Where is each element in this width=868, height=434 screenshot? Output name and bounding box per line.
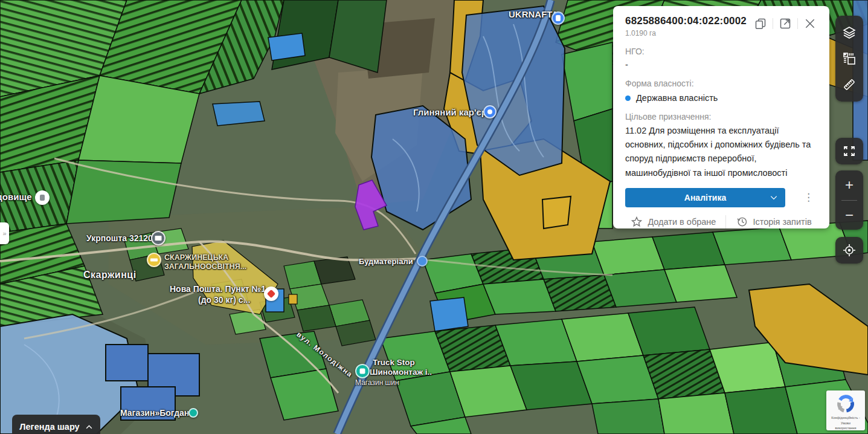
- poi-dot-icon: [487, 109, 492, 114]
- map-label-budmaterialy: Будматеріали: [359, 257, 413, 266]
- ownership-value: Державна власність: [636, 93, 718, 103]
- layers-icon: [842, 25, 857, 40]
- layer-legend-button[interactable]: Легенда шару: [12, 415, 100, 434]
- map-label-novaposhta-line1: Нова Пошта. Пункт №1: [170, 284, 266, 294]
- recaptcha-text-line1: Конфіденційність - Умови: [826, 415, 865, 426]
- measure-button[interactable]: [837, 73, 861, 97]
- add-to-favorites-button[interactable]: Додати в обране: [631, 216, 716, 228]
- sidebar-expander-button[interactable]: »: [0, 222, 9, 244]
- purpose-label: Цільове призначення:: [625, 112, 817, 121]
- divider: [773, 18, 773, 29]
- map-label-truckstop-line2: Шиномонтаж і..: [370, 368, 432, 377]
- chevron-down-icon: [770, 193, 778, 202]
- cadastral-plan-icon: [842, 51, 857, 66]
- ownership-label: Форма власності:: [625, 79, 817, 88]
- map-label-cemetery: адовище: [0, 192, 31, 202]
- recaptcha-text-line2: використання: [826, 426, 865, 430]
- map-label-tyre-shop: Магазин шин: [355, 378, 399, 387]
- graduation-cap-icon: [150, 259, 158, 262]
- legend-tool-button[interactable]: [837, 47, 861, 71]
- recaptcha-icon: [835, 394, 857, 414]
- open-in-new-icon: [779, 18, 791, 30]
- purpose-value: 11.02 Для розміщення та експлуатації осн…: [625, 124, 817, 180]
- fuel-icon: [556, 15, 561, 21]
- post-office-marker[interactable]: [151, 231, 166, 245]
- envelope-icon: [155, 236, 162, 241]
- close-button[interactable]: [803, 16, 817, 31]
- school-marker[interactable]: [147, 253, 161, 267]
- app-window: UKRNAFTA Глиняний кар'єр Укрпошта 32120 …: [0, 0, 868, 434]
- chevron-up-icon: [85, 423, 93, 431]
- map-label-school-line1: СКАРЖИНЕЦЬКА: [164, 253, 228, 262]
- cemetery-marker[interactable]: [35, 190, 50, 205]
- budmaterialy-marker[interactable]: [417, 256, 428, 267]
- ngo-value: -: [625, 60, 817, 70]
- zoom-control: + −: [835, 170, 863, 230]
- truck-stop-marker[interactable]: [355, 364, 370, 378]
- recaptcha-badge[interactable]: Конфіденційність - Умови використання: [826, 390, 865, 430]
- bohdan-shop-marker[interactable]: [188, 408, 198, 418]
- zoom-in-button[interactable]: +: [835, 170, 863, 200]
- map-label-ukrposhta: Укрпошта 32120: [86, 233, 153, 243]
- map-label-school-line2: ЗАГАЛЬНООСВІТНЯ...: [164, 262, 246, 271]
- divider: [725, 215, 726, 228]
- ruler-icon: [842, 77, 857, 92]
- nova-poshta-marker[interactable]: [264, 287, 278, 301]
- parcel-info-panel: 6825886400:04:022:0002 1.0190 га: [613, 6, 829, 228]
- history-label: Історія запитів: [753, 217, 811, 227]
- map-label-quarry: Глиняний кар'єр: [413, 107, 487, 117]
- layers-button[interactable]: [837, 21, 861, 45]
- analytics-button-label: Аналітика: [684, 193, 726, 202]
- parcel-area: 1.0190 га: [625, 29, 747, 37]
- ownership-dot: [625, 96, 631, 101]
- ngo-label: НГО:: [625, 47, 817, 56]
- map-tools-panel: [835, 16, 863, 102]
- copy-icon: [754, 18, 767, 30]
- history-clock-icon: [736, 216, 748, 228]
- locate-icon: [842, 243, 857, 257]
- fullscreen-icon: [842, 144, 857, 158]
- gas-station-marker[interactable]: [551, 11, 565, 25]
- star-icon: [631, 216, 643, 228]
- open-in-new-button[interactable]: [778, 16, 792, 31]
- map-label-town: Скаржинці: [83, 270, 137, 280]
- map-label-truckstop-line1: Truck Stop: [373, 358, 415, 367]
- fullscreen-button[interactable]: [835, 138, 863, 164]
- locate-button[interactable]: [835, 237, 863, 264]
- chevron-right-icon: »: [2, 230, 6, 237]
- divider: [797, 18, 798, 29]
- history-button[interactable]: Історія запитів: [736, 216, 811, 228]
- zoom-out-button[interactable]: −: [835, 201, 863, 230]
- nova-poshta-icon: [267, 290, 275, 298]
- close-icon: [804, 18, 816, 30]
- legend-button-label: Легенда шару: [19, 422, 79, 432]
- cemetery-icon: [40, 195, 45, 201]
- favorite-label: Додати в обране: [648, 217, 716, 227]
- quarry-marker[interactable]: [483, 105, 497, 118]
- analytics-button[interactable]: Аналітика: [625, 188, 785, 207]
- more-options-button[interactable]: ⋮: [800, 191, 817, 204]
- tyre-icon: [360, 369, 365, 374]
- copy-button[interactable]: [753, 16, 768, 31]
- map-label-novaposhta-line2: (до 30 кг) с...: [198, 295, 250, 305]
- parcel-cadastral-number: 6825886400:04:022:0002: [625, 15, 747, 27]
- map-label-ukrnafta: UKRNAFTA: [509, 9, 558, 19]
- map-label-bohdan-shop: Магазин»Богдан»: [120, 408, 194, 418]
